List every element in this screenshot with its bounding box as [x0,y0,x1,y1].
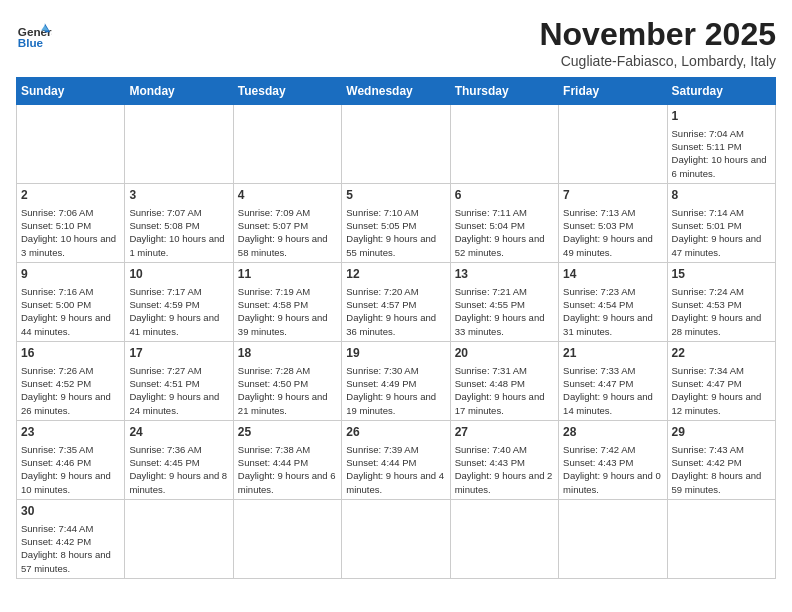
calendar-cell [125,105,233,184]
logo: General Blue [16,16,52,52]
day-info: Sunrise: 7:24 AMSunset: 4:53 PMDaylight:… [672,286,762,337]
calendar-cell: 3Sunrise: 7:07 AMSunset: 5:08 PMDaylight… [125,183,233,262]
calendar-cell: 26Sunrise: 7:39 AMSunset: 4:44 PMDayligh… [342,420,450,499]
col-header-wednesday: Wednesday [342,78,450,105]
day-number: 16 [21,345,120,362]
day-number: 23 [21,424,120,441]
day-number: 4 [238,187,337,204]
day-number: 27 [455,424,554,441]
calendar-cell [17,105,125,184]
calendar-cell: 7Sunrise: 7:13 AMSunset: 5:03 PMDaylight… [559,183,667,262]
day-info: Sunrise: 7:19 AMSunset: 4:58 PMDaylight:… [238,286,328,337]
calendar-cell: 24Sunrise: 7:36 AMSunset: 4:45 PMDayligh… [125,420,233,499]
calendar-cell: 11Sunrise: 7:19 AMSunset: 4:58 PMDayligh… [233,262,341,341]
day-number: 19 [346,345,445,362]
day-number: 29 [672,424,771,441]
calendar-cell: 2Sunrise: 7:06 AMSunset: 5:10 PMDaylight… [17,183,125,262]
col-header-thursday: Thursday [450,78,558,105]
calendar-cell: 1Sunrise: 7:04 AMSunset: 5:11 PMDaylight… [667,105,775,184]
day-number: 13 [455,266,554,283]
calendar-table: SundayMondayTuesdayWednesdayThursdayFrid… [16,77,776,579]
svg-text:Blue: Blue [18,36,44,49]
calendar-cell: 25Sunrise: 7:38 AMSunset: 4:44 PMDayligh… [233,420,341,499]
month-title: November 2025 [539,16,776,53]
calendar-week-row: 23Sunrise: 7:35 AMSunset: 4:46 PMDayligh… [17,420,776,499]
day-info: Sunrise: 7:07 AMSunset: 5:08 PMDaylight:… [129,207,224,258]
day-info: Sunrise: 7:35 AMSunset: 4:46 PMDaylight:… [21,444,111,495]
day-info: Sunrise: 7:36 AMSunset: 4:45 PMDaylight:… [129,444,227,495]
calendar-cell: 4Sunrise: 7:09 AMSunset: 5:07 PMDaylight… [233,183,341,262]
calendar-cell: 22Sunrise: 7:34 AMSunset: 4:47 PMDayligh… [667,341,775,420]
day-number: 10 [129,266,228,283]
day-info: Sunrise: 7:42 AMSunset: 4:43 PMDaylight:… [563,444,661,495]
title-block: November 2025 Cugliate-Fabiasco, Lombard… [539,16,776,69]
calendar-cell: 27Sunrise: 7:40 AMSunset: 4:43 PMDayligh… [450,420,558,499]
day-info: Sunrise: 7:11 AMSunset: 5:04 PMDaylight:… [455,207,545,258]
calendar-cell: 28Sunrise: 7:42 AMSunset: 4:43 PMDayligh… [559,420,667,499]
day-number: 22 [672,345,771,362]
calendar-cell: 13Sunrise: 7:21 AMSunset: 4:55 PMDayligh… [450,262,558,341]
calendar-cell [233,105,341,184]
col-header-saturday: Saturday [667,78,775,105]
col-header-friday: Friday [559,78,667,105]
day-info: Sunrise: 7:23 AMSunset: 4:54 PMDaylight:… [563,286,653,337]
day-number: 5 [346,187,445,204]
calendar-header-row: SundayMondayTuesdayWednesdayThursdayFrid… [17,78,776,105]
day-info: Sunrise: 7:33 AMSunset: 4:47 PMDaylight:… [563,365,653,416]
day-number: 24 [129,424,228,441]
calendar-cell: 18Sunrise: 7:28 AMSunset: 4:50 PMDayligh… [233,341,341,420]
day-number: 7 [563,187,662,204]
day-number: 6 [455,187,554,204]
day-number: 28 [563,424,662,441]
day-number: 26 [346,424,445,441]
day-info: Sunrise: 7:34 AMSunset: 4:47 PMDaylight:… [672,365,762,416]
calendar-cell [233,499,341,578]
day-number: 30 [21,503,120,520]
calendar-cell: 5Sunrise: 7:10 AMSunset: 5:05 PMDaylight… [342,183,450,262]
day-number: 8 [672,187,771,204]
day-info: Sunrise: 7:06 AMSunset: 5:10 PMDaylight:… [21,207,116,258]
day-info: Sunrise: 7:16 AMSunset: 5:00 PMDaylight:… [21,286,111,337]
day-number: 14 [563,266,662,283]
day-info: Sunrise: 7:04 AMSunset: 5:11 PMDaylight:… [672,128,767,179]
calendar-cell [450,499,558,578]
calendar-week-row: 1Sunrise: 7:04 AMSunset: 5:11 PMDaylight… [17,105,776,184]
calendar-cell: 20Sunrise: 7:31 AMSunset: 4:48 PMDayligh… [450,341,558,420]
calendar-cell [559,105,667,184]
day-info: Sunrise: 7:44 AMSunset: 4:42 PMDaylight:… [21,523,111,574]
calendar-week-row: 2Sunrise: 7:06 AMSunset: 5:10 PMDaylight… [17,183,776,262]
day-number: 18 [238,345,337,362]
logo-icon: General Blue [16,16,52,52]
day-number: 15 [672,266,771,283]
location: Cugliate-Fabiasco, Lombardy, Italy [539,53,776,69]
calendar-cell [559,499,667,578]
calendar-cell: 30Sunrise: 7:44 AMSunset: 4:42 PMDayligh… [17,499,125,578]
day-info: Sunrise: 7:40 AMSunset: 4:43 PMDaylight:… [455,444,553,495]
calendar-cell: 9Sunrise: 7:16 AMSunset: 5:00 PMDaylight… [17,262,125,341]
day-number: 11 [238,266,337,283]
calendar-cell: 6Sunrise: 7:11 AMSunset: 5:04 PMDaylight… [450,183,558,262]
day-number: 21 [563,345,662,362]
page-header: General Blue November 2025 Cugliate-Fabi… [16,16,776,69]
col-header-tuesday: Tuesday [233,78,341,105]
calendar-cell: 17Sunrise: 7:27 AMSunset: 4:51 PMDayligh… [125,341,233,420]
calendar-cell: 14Sunrise: 7:23 AMSunset: 4:54 PMDayligh… [559,262,667,341]
calendar-cell [342,105,450,184]
day-info: Sunrise: 7:38 AMSunset: 4:44 PMDaylight:… [238,444,336,495]
calendar-cell [667,499,775,578]
day-number: 3 [129,187,228,204]
day-number: 17 [129,345,228,362]
day-info: Sunrise: 7:17 AMSunset: 4:59 PMDaylight:… [129,286,219,337]
day-info: Sunrise: 7:21 AMSunset: 4:55 PMDaylight:… [455,286,545,337]
calendar-cell [125,499,233,578]
day-info: Sunrise: 7:43 AMSunset: 4:42 PMDaylight:… [672,444,762,495]
calendar-week-row: 30Sunrise: 7:44 AMSunset: 4:42 PMDayligh… [17,499,776,578]
calendar-cell: 8Sunrise: 7:14 AMSunset: 5:01 PMDaylight… [667,183,775,262]
day-info: Sunrise: 7:39 AMSunset: 4:44 PMDaylight:… [346,444,444,495]
day-number: 12 [346,266,445,283]
calendar-cell [450,105,558,184]
col-header-sunday: Sunday [17,78,125,105]
day-info: Sunrise: 7:13 AMSunset: 5:03 PMDaylight:… [563,207,653,258]
calendar-cell: 15Sunrise: 7:24 AMSunset: 4:53 PMDayligh… [667,262,775,341]
day-info: Sunrise: 7:28 AMSunset: 4:50 PMDaylight:… [238,365,328,416]
